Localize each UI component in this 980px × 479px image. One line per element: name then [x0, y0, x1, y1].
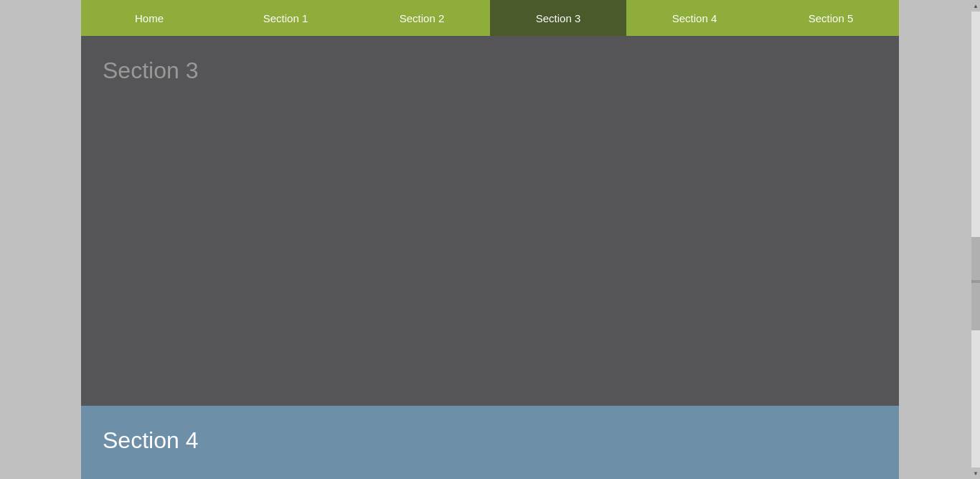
scrollbar-arrow-up[interactable]: ▲: [971, 0, 980, 11]
section3-title: Section 3: [103, 57, 877, 84]
scrollbar-marker: [971, 280, 980, 283]
nav-label-section5: Section 5: [809, 12, 854, 24]
nav-item-section1[interactable]: Section 1: [217, 0, 354, 36]
section3-content: Section 3: [81, 36, 899, 406]
main-navigation: Home Section 1 Section 2 Section 3 Secti…: [81, 0, 899, 36]
scrollbar-arrow-down[interactable]: ▼: [971, 468, 980, 479]
section4-content: Section 4: [81, 406, 899, 479]
nav-label-section4: Section 4: [672, 12, 717, 24]
scrollbar-thumb[interactable]: [971, 237, 980, 330]
scrollbar-track[interactable]: ▲ ▼: [971, 0, 980, 479]
nav-label-section1: Section 1: [263, 12, 308, 24]
nav-label-home: Home: [135, 12, 164, 24]
nav-item-section4[interactable]: Section 4: [626, 0, 763, 36]
nav-label-section2: Section 2: [400, 12, 445, 24]
section4-title: Section 4: [103, 427, 877, 454]
nav-item-section5[interactable]: Section 5: [763, 0, 899, 36]
nav-item-section3[interactable]: Section 3: [490, 0, 626, 36]
nav-label-section3: Section 3: [536, 12, 581, 24]
nav-item-section2[interactable]: Section 2: [354, 0, 490, 36]
nav-item-home[interactable]: Home: [81, 0, 217, 36]
